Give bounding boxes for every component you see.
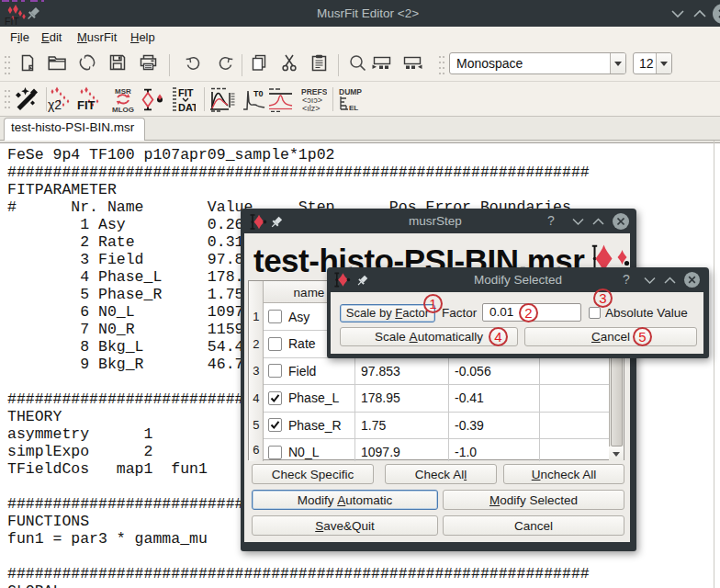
svg-text:DUMP: DUMP [339,87,362,96]
svg-text:<ılz>: <ılz> [302,104,321,112]
svg-text:T0: T0 [253,89,264,98]
svg-text:FIT: FIT [178,87,194,98]
svg-text:MLOG: MLOG [112,106,134,113]
svg-text:DAT: DAT [178,102,196,113]
svg-text:FIT: FIT [77,98,96,112]
svg-text:EL: EL [349,104,358,112]
svg-text:χ2: χ2 [48,97,62,112]
svg-text:FIT: FIT [5,16,19,25]
